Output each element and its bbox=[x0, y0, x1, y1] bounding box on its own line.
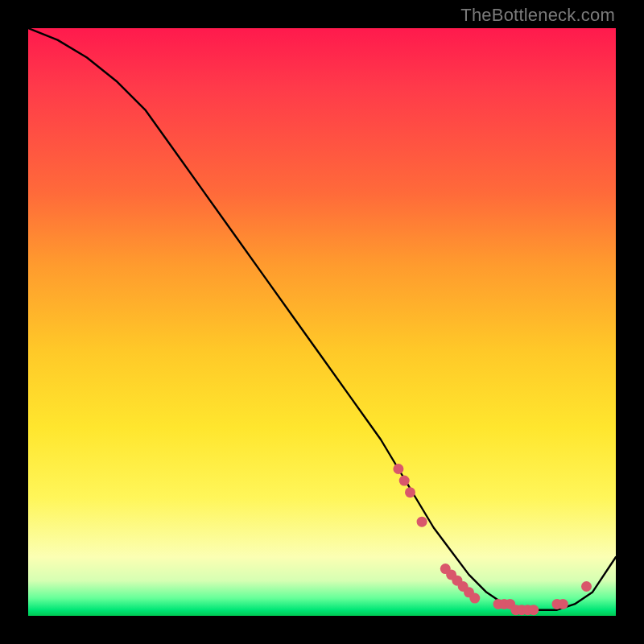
curve-overlay bbox=[28, 28, 616, 616]
marker-group bbox=[393, 464, 592, 615]
marker-dot bbox=[558, 599, 568, 609]
marker-dot bbox=[469, 593, 480, 604]
plot-area bbox=[28, 28, 616, 616]
marker-dot bbox=[528, 605, 539, 615]
marker-dot bbox=[417, 517, 427, 527]
chart-frame: TheBottleneck.com bbox=[0, 0, 644, 644]
marker-dot bbox=[405, 487, 415, 497]
watermark-text: TheBottleneck.com bbox=[460, 5, 615, 26]
main-curve bbox=[28, 28, 616, 610]
marker-dot bbox=[393, 464, 403, 474]
marker-dot bbox=[581, 581, 592, 592]
marker-dot bbox=[399, 476, 410, 486]
